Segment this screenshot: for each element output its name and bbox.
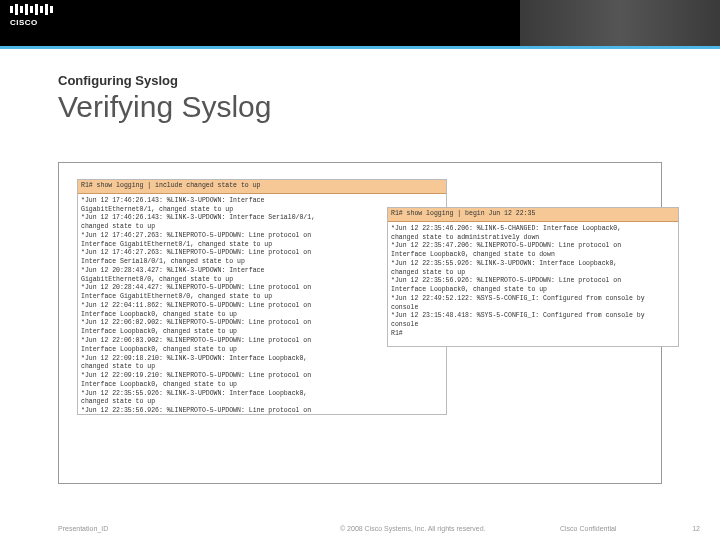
footer: Presentation_ID © 2008 Cisco Systems, In…: [0, 516, 720, 540]
copyright-text: © 2008 Cisco Systems, Inc. All rights re…: [340, 525, 486, 532]
header-photo: [520, 0, 720, 46]
header-bar: CISCO: [0, 0, 720, 46]
cisco-logo-icon: [10, 4, 53, 15]
presentation-id: Presentation_ID: [58, 525, 108, 532]
terminal-command: R1# show logging | begin Jun 12 22:35: [388, 208, 678, 222]
terminal-output: *Jun 12 22:35:46.206: %LINK-5-CHANGED: I…: [388, 222, 678, 342]
content-frame: R1# show logging | include changed state…: [58, 162, 662, 484]
logo-text: CISCO: [10, 18, 38, 27]
page-number: 12: [692, 525, 700, 532]
terminal-right: R1# show logging | begin Jun 12 22:35 *J…: [387, 207, 679, 347]
confidential-text: Cisco Confidential: [560, 525, 616, 532]
slide-subtitle: Configuring Syslog: [58, 73, 720, 88]
terminal-command: R1# show logging | include changed state…: [78, 180, 446, 194]
slide-title: Verifying Syslog: [58, 90, 720, 124]
title-block: Configuring Syslog Verifying Syslog: [0, 49, 720, 124]
